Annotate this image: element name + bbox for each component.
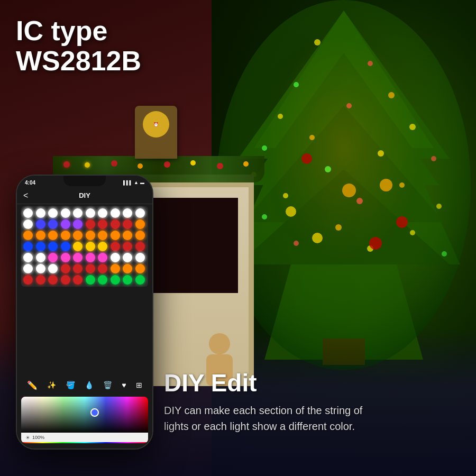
dropper-icon[interactable]: 💧 [85,381,94,389]
ic-type-line1: IC type [16,16,141,46]
signal-icon: ▌▌▌ [123,180,132,185]
led-dot[interactable] [73,231,83,240]
led-dot[interactable] [135,219,145,229]
led-dot[interactable] [111,219,120,229]
main-container: ⏰ IC type WS2812B 4:04 ▌▌▌ ▲ ▬ [0,0,476,476]
led-dot[interactable] [111,253,120,262]
led-dot[interactable] [73,242,83,251]
led-dot[interactable] [48,242,58,251]
led-dot[interactable] [61,264,70,273]
led-dot[interactable] [73,264,83,273]
led-dot[interactable] [23,264,33,273]
led-dot[interactable] [98,264,107,273]
led-dot[interactable] [48,275,58,285]
led-dot[interactable] [123,275,132,285]
led-dot[interactable] [23,275,33,285]
led-dot[interactable] [73,208,83,218]
led-dot[interactable] [111,242,120,251]
led-dot[interactable] [36,231,45,240]
svg-point-36 [369,237,382,250]
magic-icon[interactable]: ✨ [47,381,56,389]
status-bar: 4:04 ▌▌▌ ▲ ▬ [22,178,147,187]
led-dot[interactable] [135,253,145,262]
led-dot[interactable] [111,231,120,240]
heart-icon[interactable]: ♥ [122,381,126,389]
brightness-bar: ☀ 100% [21,433,148,442]
led-dot[interactable] [86,264,95,273]
svg-point-33 [396,216,408,228]
led-dot[interactable] [61,219,70,229]
led-dot[interactable] [23,219,33,229]
grid-icon[interactable]: ⊞ [136,381,142,389]
svg-point-31 [380,179,392,191]
led-dot[interactable] [135,242,145,251]
led-dot[interactable] [36,275,45,285]
led-dot[interactable] [36,242,45,251]
trash-icon[interactable]: 🗑️ [103,381,112,389]
led-dot[interactable] [86,231,95,240]
brightness-icon: ☀ [25,435,30,441]
led-dot[interactable] [123,253,132,262]
led-dot[interactable] [36,208,45,218]
led-dot[interactable] [135,264,145,273]
led-dot[interactable] [123,264,132,273]
led-dot[interactable] [23,208,33,218]
led-dot[interactable] [98,242,107,251]
led-dot[interactable] [98,253,107,262]
led-dot[interactable] [111,275,120,285]
color-picker[interactable]: ☀ 100% [21,397,148,443]
ic-type-line2: WS2812B [16,46,141,76]
led-dot[interactable] [73,253,83,262]
diy-description: DIY can make each section of the string … [164,402,386,434]
led-dot[interactable] [98,219,107,229]
led-dot[interactable] [86,219,95,229]
color-cursor[interactable] [90,408,99,417]
led-dot[interactable] [61,242,70,251]
led-dot[interactable] [135,275,145,285]
led-dot[interactable] [98,231,107,240]
led-dot[interactable] [48,264,58,273]
led-dot[interactable] [86,275,95,285]
led-dot[interactable] [111,208,120,218]
led-dot[interactable] [36,264,45,273]
led-dot[interactable] [123,219,132,229]
svg-point-35 [312,233,323,243]
led-dot[interactable] [123,231,132,240]
led-dot[interactable] [86,208,95,218]
fill-icon[interactable]: 🪣 [66,381,75,389]
svg-point-32 [286,206,296,217]
led-dot[interactable] [123,242,132,251]
svg-point-34 [342,184,356,197]
led-dot[interactable] [86,242,95,251]
led-dot[interactable] [61,253,70,262]
led-grid[interactable] [21,206,148,287]
led-dot[interactable] [48,253,58,262]
led-dot[interactable] [48,219,58,229]
led-dot[interactable] [111,264,120,273]
led-dot[interactable] [61,275,70,285]
led-dot[interactable] [73,275,83,285]
led-dot[interactable] [61,231,70,240]
pencil-icon[interactable]: ✏️ [27,380,38,390]
led-dot[interactable] [73,219,83,229]
led-dot[interactable] [48,208,58,218]
led-dot[interactable] [36,219,45,229]
battery-icon: ▬ [140,180,144,185]
phone-device: 4:04 ▌▌▌ ▲ ▬ < DIY ✏️ [16,175,153,450]
led-dot[interactable] [36,253,45,262]
led-dot[interactable] [61,208,70,218]
phone-body: 4:04 ▌▌▌ ▲ ▬ < DIY ✏️ [16,175,153,450]
led-dot[interactable] [135,208,145,218]
led-dot[interactable] [23,231,33,240]
led-dot[interactable] [98,275,107,285]
led-dot[interactable] [98,208,107,218]
led-dot[interactable] [86,253,95,262]
led-dot[interactable] [123,208,132,218]
status-time: 4:04 [25,180,35,186]
led-dot[interactable] [135,231,145,240]
phone-screen: 4:04 ▌▌▌ ▲ ▬ < DIY ✏️ [17,176,152,448]
back-button[interactable]: < [23,191,28,200]
led-dot[interactable] [23,253,33,262]
led-dot[interactable] [23,242,33,251]
led-dot[interactable] [48,231,58,240]
